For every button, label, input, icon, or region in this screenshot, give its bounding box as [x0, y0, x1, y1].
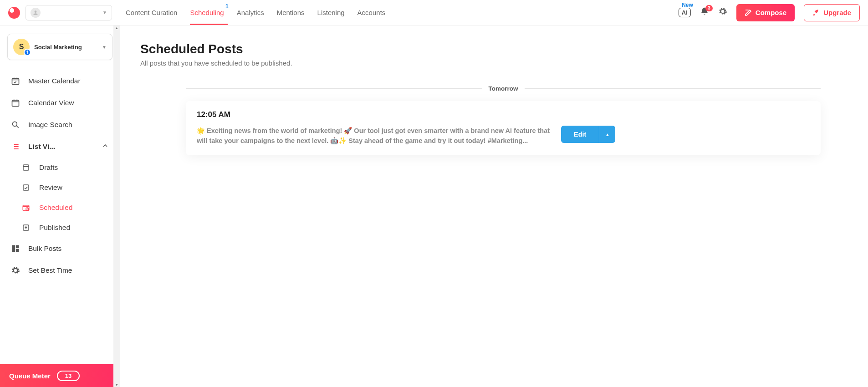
queue-meter-count: 13	[57, 371, 80, 381]
sidebar-item-calendar-view[interactable]: Calendar View	[7, 92, 112, 114]
page-subtitle: All posts that you have scheduled to be …	[140, 59, 848, 67]
compose-button[interactable]: Compose	[736, 4, 795, 21]
queue-meter-label: Queue Meter	[9, 372, 51, 380]
post-text: 🌟 Exciting news from the world of market…	[197, 126, 552, 146]
sidebar-item-drafts[interactable]: Drafts	[18, 158, 112, 178]
sidebar-item-label: Review	[39, 183, 62, 192]
sidebar-item-label: Published	[39, 224, 70, 232]
facebook-badge-icon: f	[24, 49, 31, 56]
edit-post-button[interactable]: Edit ▲	[561, 126, 615, 143]
drafts-icon	[22, 163, 32, 172]
upgrade-label: Upgrade	[823, 9, 851, 16]
scheduled-post-card: 12:05 AM 🌟 Exciting news from the world …	[186, 101, 821, 155]
sidebar-item-image-search[interactable]: Image Search	[7, 114, 112, 136]
date-group-label: Tomorrow	[489, 85, 518, 92]
compose-label: Compose	[756, 9, 786, 16]
upgrade-button[interactable]: Upgrade	[804, 4, 860, 21]
sidebar: ▴ ▾ S f Social Marketing ▼ Master Calend…	[0, 25, 120, 387]
compose-icon	[745, 9, 752, 16]
nav-scheduling-badge: 1	[225, 3, 229, 10]
search-icon	[11, 120, 21, 129]
calendar-check-icon	[11, 76, 21, 86]
caret-down-icon: ▼	[102, 10, 107, 15]
calendar-icon	[11, 98, 21, 107]
sidebar-item-label: Set Best Time	[28, 266, 72, 275]
caret-down-icon: ▼	[102, 45, 107, 50]
nav-mentions[interactable]: Mentions	[277, 0, 305, 25]
nav-scheduling[interactable]: Scheduling 1	[190, 0, 224, 25]
settings-icon[interactable]	[718, 7, 727, 18]
edit-dropdown-toggle[interactable]: ▲	[599, 126, 615, 143]
sidebar-item-label: Drafts	[39, 163, 58, 172]
sidebar-item-master-calendar[interactable]: Master Calendar	[7, 70, 112, 92]
scroll-down-icon: ▾	[113, 382, 120, 387]
scheduled-icon	[22, 204, 32, 212]
content-area: Scheduled Posts All posts that you have …	[120, 25, 868, 387]
sidebar-item-list-view[interactable]: List Vi...	[7, 136, 112, 158]
gear-icon	[11, 266, 21, 275]
profile-name: Social Marketing	[34, 44, 97, 51]
list-icon	[11, 142, 21, 151]
svg-rect-4	[23, 165, 29, 170]
sidebar-item-label: Scheduled	[39, 204, 72, 212]
date-group-divider: Tomorrow	[186, 85, 821, 92]
top-nav: ▼ Content Curation Scheduling 1 Analytic…	[0, 0, 868, 25]
nav-scheduling-label: Scheduling	[190, 9, 224, 16]
ai-new-badge: New	[682, 2, 693, 8]
svg-point-0	[35, 10, 37, 13]
svg-rect-5	[23, 185, 29, 190]
svg-rect-11	[16, 249, 19, 252]
profile-avatar: S f	[13, 39, 30, 55]
svg-rect-9	[12, 245, 15, 252]
sidebar-item-label: List Vi...	[28, 143, 94, 151]
post-time: 12:05 AM	[197, 110, 810, 119]
nav-accounts[interactable]: Accounts	[357, 0, 386, 25]
sidebar-item-best-time[interactable]: Set Best Time	[7, 260, 112, 281]
published-icon	[22, 224, 32, 232]
sidebar-item-label: Bulk Posts	[28, 244, 61, 253]
ai-chip[interactable]: AI New	[679, 8, 691, 17]
sidebar-item-scheduled[interactable]: Scheduled	[18, 198, 112, 218]
sidebar-item-review[interactable]: Review	[18, 178, 112, 198]
rocket-icon	[812, 9, 820, 16]
nav-analytics[interactable]: Analytics	[237, 0, 264, 25]
account-dropdown[interactable]: ▼	[26, 5, 112, 20]
svg-rect-10	[16, 245, 19, 249]
sidebar-item-published[interactable]: Published	[18, 218, 112, 238]
chevron-up-icon	[102, 142, 109, 151]
profile-initial: S	[19, 43, 24, 51]
ai-chip-label: AI	[682, 9, 688, 16]
svg-rect-1	[12, 78, 19, 84]
notifications-badge: 3	[705, 5, 713, 11]
nav-content-curation[interactable]: Content Curation	[126, 0, 177, 25]
page-title: Scheduled Posts	[140, 42, 848, 56]
sidebar-item-label: Image Search	[28, 121, 72, 129]
user-avatar-icon	[31, 8, 41, 18]
svg-rect-2	[12, 100, 19, 106]
review-icon	[22, 183, 32, 192]
sidebar-item-label: Calendar View	[28, 99, 74, 107]
svg-point-3	[12, 122, 17, 126]
notifications-icon[interactable]: 3	[700, 7, 709, 18]
list-view-sublist: Drafts Review Scheduled Published	[7, 158, 112, 238]
edit-button-label: Edit	[561, 126, 599, 143]
profile-selector[interactable]: S f Social Marketing ▼	[7, 34, 112, 60]
bulk-icon	[11, 244, 21, 253]
sidebar-item-label: Master Calendar	[28, 77, 81, 85]
nav-links: Content Curation Scheduling 1 Analytics …	[126, 0, 385, 25]
app-logo[interactable]	[8, 7, 20, 19]
nav-right: AI New 3 Compose Upgrade	[679, 4, 860, 21]
nav-listening[interactable]: Listening	[317, 0, 345, 25]
queue-meter-bar[interactable]: Queue Meter 13	[0, 364, 120, 387]
sidebar-item-bulk-posts[interactable]: Bulk Posts	[7, 238, 112, 260]
